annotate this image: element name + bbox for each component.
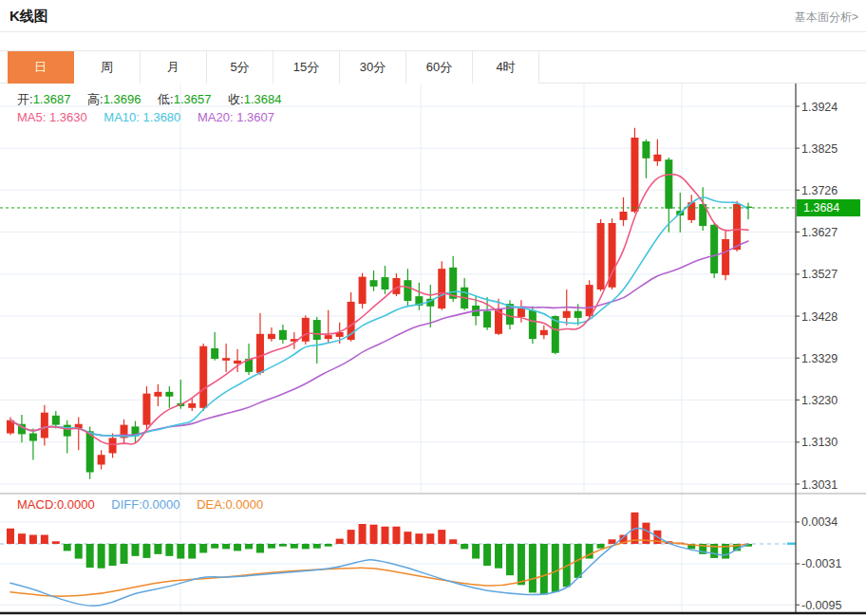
dea-label: DEA: bbox=[197, 497, 225, 512]
macd-bar-negative bbox=[472, 544, 480, 559]
candle-up bbox=[653, 140, 661, 166]
low-label: 低: bbox=[158, 92, 174, 106]
macd-bar-negative bbox=[64, 544, 71, 551]
candle-down bbox=[426, 285, 434, 327]
ma5-line bbox=[10, 175, 748, 444]
candle-down bbox=[483, 297, 491, 330]
ma10-line bbox=[10, 197, 748, 437]
macd-bar-negative bbox=[518, 544, 525, 585]
macd-bar-negative bbox=[291, 544, 298, 549]
ma5-label: MA5: bbox=[17, 110, 46, 124]
high-label: 高: bbox=[87, 92, 104, 106]
candle-up bbox=[75, 418, 83, 451]
candle-up bbox=[733, 201, 741, 252]
macd-bar-positive bbox=[359, 524, 367, 544]
candle-up bbox=[325, 310, 332, 344]
high-value: 1.3696 bbox=[104, 92, 141, 106]
macd-bar-negative bbox=[177, 544, 184, 559]
candle-down bbox=[744, 203, 752, 219]
macd-bar-negative bbox=[109, 544, 117, 566]
macd-bar-negative bbox=[302, 544, 310, 549]
candle-up bbox=[438, 261, 445, 310]
candle-up bbox=[142, 386, 150, 429]
macd-bar-negative bbox=[222, 544, 230, 549]
axis-tick-label: 1.3924 bbox=[801, 101, 838, 114]
macd-bar-negative bbox=[483, 544, 491, 566]
macd-bar-positive bbox=[52, 541, 60, 544]
candle-up bbox=[109, 434, 117, 458]
close-label: 收: bbox=[228, 92, 244, 106]
ma10-value: 1.3680 bbox=[143, 110, 181, 124]
open-value: 1.3687 bbox=[33, 92, 71, 106]
axis-tick-label: 1.3031 bbox=[801, 478, 838, 492]
candle-up bbox=[256, 313, 264, 375]
axis-tick-label: -0.0031 bbox=[801, 557, 841, 570]
candle-down bbox=[642, 140, 650, 178]
ma10-label: MA10: bbox=[104, 110, 140, 124]
macd-bar-negative bbox=[211, 544, 218, 549]
macd-bar-negative bbox=[75, 544, 83, 559]
macd-bar-negative bbox=[245, 544, 253, 549]
macd-bar-negative bbox=[188, 544, 196, 559]
candle-down bbox=[64, 420, 71, 454]
candle-down bbox=[529, 307, 537, 344]
macd-bar-negative bbox=[142, 544, 150, 558]
candle-up bbox=[597, 219, 605, 291]
macd-legend: MACD:0.0000 DIFF:0.0000 DEA:0.0000 bbox=[17, 497, 276, 512]
macd-bar-negative bbox=[268, 544, 275, 549]
macd-bar-negative bbox=[313, 544, 321, 549]
macd-bar-positive bbox=[449, 539, 457, 544]
ma5-value: 1.3630 bbox=[49, 110, 87, 124]
macd-bar-negative bbox=[597, 544, 605, 549]
axis-tick-label: 0.0034 bbox=[801, 515, 838, 529]
open-label: 开: bbox=[17, 92, 33, 106]
diff-label: DIFF: bbox=[111, 497, 142, 512]
macd-bar-negative bbox=[461, 544, 468, 549]
macd-bar-negative bbox=[540, 544, 548, 594]
candle-up bbox=[154, 384, 161, 406]
axis-tick-label: 1.3329 bbox=[801, 352, 838, 365]
macd-bar-positive bbox=[404, 532, 411, 544]
axis-tick-label: 1.3825 bbox=[801, 142, 838, 156]
macd-bar-positive bbox=[415, 533, 423, 544]
macd-bar-positive bbox=[609, 539, 616, 544]
candle-up bbox=[620, 197, 628, 226]
candles-layer bbox=[7, 128, 752, 479]
macd-bar-negative bbox=[256, 544, 264, 552]
ma20-label: MA20: bbox=[198, 110, 234, 124]
candle-up bbox=[199, 344, 207, 411]
axis-tick-label: -0.0095 bbox=[801, 599, 841, 612]
low-value: 1.3657 bbox=[174, 92, 212, 106]
macd-bar-negative bbox=[98, 544, 105, 569]
ma20-value: 1.3607 bbox=[236, 110, 274, 124]
macd-bar-negative bbox=[506, 544, 514, 575]
diff-value: 0.0000 bbox=[142, 497, 180, 512]
candle-up bbox=[302, 315, 310, 345]
macd-bar-negative bbox=[154, 544, 161, 554]
candle-up bbox=[98, 450, 105, 469]
axis-labels: 1.39241.38251.37261.36271.35271.34281.33… bbox=[796, 101, 841, 612]
candle-down bbox=[506, 300, 514, 329]
macd-bar-negative bbox=[495, 544, 502, 569]
current-price-tag: 1.3684 bbox=[797, 199, 860, 216]
axis-tick-label: 1.3726 bbox=[801, 184, 838, 197]
macd-bar-negative bbox=[529, 544, 537, 592]
ma20-line bbox=[10, 241, 748, 436]
macd-bar-positive bbox=[348, 530, 355, 544]
macd-bar-positive bbox=[41, 535, 48, 544]
kline-page: K线图 基本面分析> 日 周 月 5分 15分 30分 60分 4时 1.392… bbox=[0, 0, 866, 616]
macd-bar-negative bbox=[121, 544, 128, 564]
macd-bar-positive bbox=[392, 527, 400, 544]
macd-bar-positive bbox=[7, 529, 14, 544]
macd-bar-negative bbox=[131, 544, 139, 556]
macd-bar-positive bbox=[438, 530, 445, 544]
candle-down bbox=[313, 317, 321, 364]
candle-up bbox=[540, 326, 548, 339]
macd-bar-negative bbox=[199, 544, 207, 552]
macd-panel bbox=[0, 513, 796, 607]
macd-bar-negative bbox=[165, 544, 173, 556]
candle-up bbox=[392, 273, 400, 296]
axis-tick-label: 1.3527 bbox=[801, 268, 838, 281]
macd-bar-negative bbox=[552, 544, 559, 592]
macd-bar-negative bbox=[325, 544, 332, 547]
